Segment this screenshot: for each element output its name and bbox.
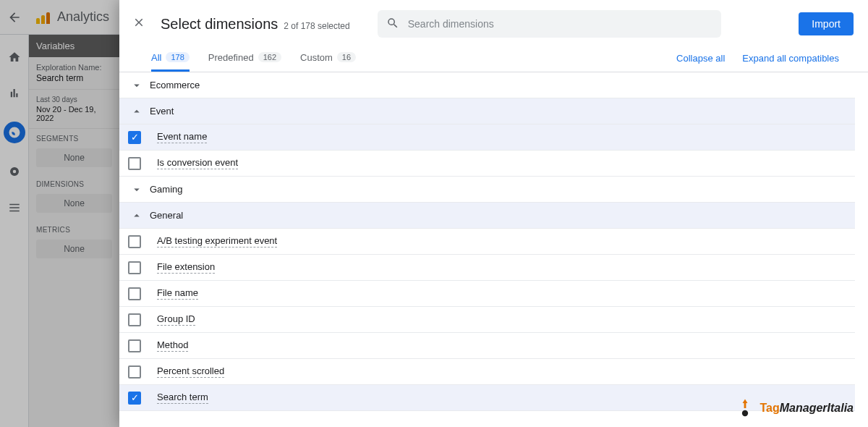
- checkbox[interactable]: [128, 261, 141, 274]
- search-box[interactable]: [378, 10, 721, 38]
- select-dimensions-modal: Select dimensions 2 of 178 selected Impo…: [119, 0, 868, 427]
- dimension-item-label: File name: [157, 287, 198, 300]
- group-row[interactable]: Gaming: [119, 177, 855, 203]
- group-row[interactable]: General: [119, 203, 855, 229]
- dimension-item-row[interactable]: Method: [119, 333, 855, 359]
- modal-title: Select dimensions: [161, 16, 278, 33]
- tab-custom[interactable]: Custom 16: [300, 45, 356, 72]
- dimension-item-row[interactable]: Is conversion event: [119, 151, 855, 177]
- dimension-item-label: Percent scrolled: [157, 365, 224, 378]
- tab-predefined-label: Predefined: [208, 52, 254, 63]
- dimension-item-row[interactable]: File extension: [119, 255, 855, 281]
- group-label: Event: [150, 106, 174, 117]
- dimension-item-row[interactable]: Percent scrolled: [119, 359, 855, 385]
- checkbox[interactable]: [128, 313, 141, 326]
- tab-predefined-count: 162: [258, 52, 281, 62]
- checkbox[interactable]: [128, 287, 141, 300]
- chevron-up-icon: [128, 209, 145, 222]
- chevron-down-icon: [128, 79, 145, 92]
- dimension-item-label: Event name: [157, 131, 207, 143]
- dimension-item-label: A/B testing experiment event: [157, 235, 277, 248]
- tab-predefined[interactable]: Predefined 162: [208, 45, 281, 72]
- tab-custom-count: 16: [337, 52, 356, 62]
- chevron-down-icon: [128, 183, 145, 196]
- dimension-item-label: Is conversion event: [157, 157, 238, 169]
- chevron-up-icon: [128, 105, 145, 118]
- checkbox[interactable]: [128, 131, 141, 144]
- tab-all[interactable]: All 178: [151, 45, 190, 72]
- svg-point-0: [742, 410, 748, 416]
- group-label: General: [150, 210, 183, 221]
- group-row[interactable]: Ecommerce: [119, 72, 855, 98]
- tab-all-count: 178: [166, 52, 189, 62]
- dimension-item-row[interactable]: Event name: [119, 124, 855, 151]
- collapse-all-link[interactable]: Collapse all: [676, 53, 725, 64]
- dimension-item-label: Group ID: [157, 313, 195, 326]
- tab-all-label: All: [151, 52, 161, 63]
- group-label: Gaming: [150, 184, 183, 195]
- checkbox[interactable]: [128, 339, 141, 352]
- checkbox[interactable]: [128, 392, 141, 405]
- dimension-item-label: Method: [157, 339, 188, 352]
- checkbox[interactable]: [128, 365, 141, 379]
- search-input[interactable]: [407, 17, 712, 30]
- dimension-item-label: Search term: [157, 392, 208, 404]
- expand-all-link[interactable]: Expand all compatibles: [742, 53, 839, 64]
- dimension-item-label: File extension: [157, 261, 215, 274]
- group-label: Ecommerce: [150, 80, 200, 90]
- dimension-item-row[interactable]: Group ID: [119, 307, 855, 333]
- tab-custom-label: Custom: [300, 52, 333, 63]
- watermark: TagManagerItalia: [735, 398, 854, 418]
- close-icon[interactable]: [130, 16, 148, 33]
- dimension-item-row[interactable]: File name: [119, 281, 855, 307]
- import-button[interactable]: Import: [799, 12, 854, 35]
- group-row[interactable]: Event: [119, 98, 855, 124]
- checkbox[interactable]: [128, 157, 141, 170]
- dimension-item-row[interactable]: A/B testing experiment event: [119, 229, 855, 255]
- checkbox[interactable]: [128, 235, 141, 248]
- modal-subtitle: 2 of 178 selected: [284, 21, 349, 31]
- search-icon: [386, 17, 399, 32]
